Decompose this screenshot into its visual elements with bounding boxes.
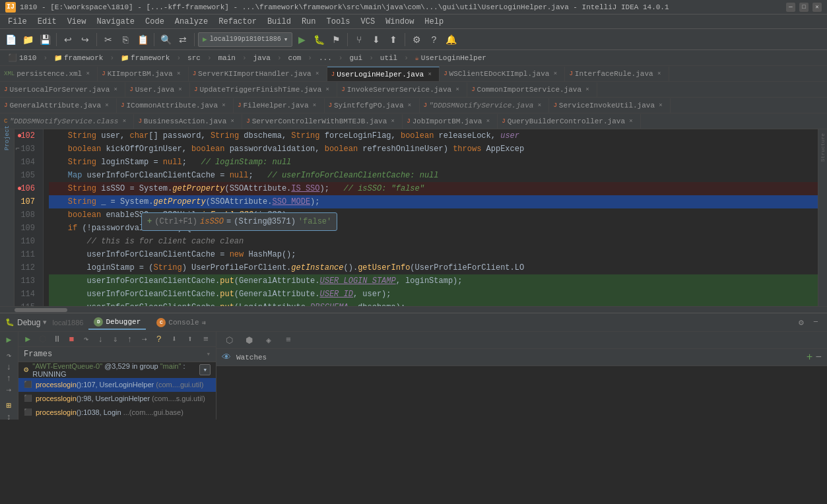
tab-businessaction[interactable]: J BusinessAction.java × bbox=[134, 114, 242, 129]
tab-dddsm-class[interactable]: C "DDDSMNotifyService.class × bbox=[0, 114, 134, 129]
toolbar-replace[interactable]: ⇄ bbox=[175, 32, 191, 47]
tab-querybuilder[interactable]: J QueryBuilderController.java × bbox=[498, 114, 641, 129]
debug-step-into[interactable]: ↓ bbox=[3, 362, 16, 372]
tab-syintfcfg[interactable]: J SyintfcfgPO.java × bbox=[325, 98, 420, 113]
tab-close-interfacerule[interactable]: × bbox=[655, 70, 663, 78]
frame-item-1[interactable]: ⬛ processlogin():98, UserLoginHelper (co… bbox=[18, 392, 216, 406]
frame-item-0[interactable]: ⬛ processlogin():107, UserLoginHelper (c… bbox=[18, 378, 216, 392]
tab-close-generalattr[interactable]: × bbox=[103, 102, 111, 110]
tab-filehelper[interactable]: J FileHelper.java × bbox=[234, 98, 324, 113]
frames-nav-force-step-into[interactable]: ⇓ bbox=[109, 332, 122, 346]
watches-nav-4[interactable]: ≡ bbox=[281, 333, 296, 348]
toolbar-vcs-commit[interactable]: ⬆ bbox=[385, 32, 401, 47]
toolbar-paste[interactable]: 📋 bbox=[135, 32, 150, 47]
toolbar-redo[interactable]: ↪ bbox=[77, 32, 93, 47]
debug-step-out[interactable]: ↑ bbox=[3, 373, 16, 383]
tab-close-querybuilder[interactable]: × bbox=[627, 117, 635, 125]
tab-invokeserver[interactable]: J InvokeServerService.java × bbox=[337, 82, 467, 97]
frames-sort-down[interactable]: ⬇ bbox=[167, 332, 182, 346]
nav-framework-2[interactable]: 📁 framework bbox=[117, 53, 174, 63]
thread-dropdown[interactable]: ▾ bbox=[199, 364, 211, 375]
horizontal-scrollbar[interactable] bbox=[0, 306, 827, 313]
tab-generalattr[interactable]: J GeneralAttribute.java × bbox=[0, 98, 117, 113]
nav-gui[interactable]: gui bbox=[345, 53, 366, 63]
tab-servercontroller[interactable]: J ServerControllerWithBMTEJB.java × bbox=[242, 114, 403, 129]
toolbar-run-config[interactable]: ▶ local199p1810t1886 ▾ bbox=[198, 32, 292, 47]
frames-nav-evaluate[interactable]: ? bbox=[152, 332, 166, 346]
menu-refactor[interactable]: Refactor bbox=[213, 16, 262, 28]
tab-close-dddsm-notify[interactable]: × bbox=[535, 102, 543, 110]
project-panel-btn[interactable]: Project bbox=[1, 132, 13, 144]
tab-kiimportbm[interactable]: J KIImportBM.java × bbox=[98, 67, 188, 81]
tab-close-syintfcfg[interactable]: × bbox=[406, 102, 414, 110]
toolbar-save[interactable]: 💾 bbox=[37, 32, 53, 47]
tab-close-icommonattr[interactable]: × bbox=[220, 102, 228, 110]
tab-close-jobimport[interactable]: × bbox=[484, 117, 492, 125]
menu-help[interactable]: Help bbox=[419, 16, 449, 28]
toolbar-help[interactable]: ? bbox=[426, 32, 442, 47]
frame-item-2[interactable]: ⬛ processlogin():1038, Login ...(com....… bbox=[18, 406, 216, 420]
frames-nav-run-cursor[interactable]: ⇢ bbox=[138, 332, 151, 346]
toolbar-undo[interactable]: ↩ bbox=[60, 32, 76, 47]
menu-edit[interactable]: Edit bbox=[32, 16, 62, 28]
nav-ellipsis[interactable]: ... bbox=[315, 53, 336, 63]
menu-analyze[interactable]: Analyze bbox=[170, 16, 213, 28]
debug-resume-btn[interactable]: ▶ bbox=[3, 334, 16, 345]
frames-nav-step-over[interactable]: ↷ bbox=[79, 332, 92, 346]
code-editor[interactable]: String user, char[] password, String dbs… bbox=[44, 129, 818, 306]
tab-close-businessaction[interactable]: × bbox=[228, 117, 236, 125]
tab-close-servercontroller[interactable]: × bbox=[389, 117, 397, 125]
tab-close-dddsm-class[interactable]: × bbox=[120, 117, 128, 125]
frames-nav-play[interactable]: ▶ bbox=[21, 332, 34, 346]
nav-project[interactable]: ⬛ 1810 bbox=[4, 52, 40, 63]
maximize-button[interactable]: □ bbox=[799, 3, 809, 12]
tab-close-serviceinvoke[interactable]: × bbox=[657, 102, 665, 110]
debug-evaluate[interactable]: ⊞ bbox=[3, 400, 16, 411]
menu-vcs[interactable]: VCS bbox=[356, 16, 381, 28]
frames-nav-stop[interactable]: ■ bbox=[65, 332, 78, 346]
tab-close-commonimport[interactable]: × bbox=[583, 86, 591, 94]
frames-nav-pause[interactable]: ⏸ bbox=[50, 332, 63, 346]
tab-serviceinvoke[interactable]: J ServiceInvokeUtil.java × bbox=[549, 98, 671, 113]
tab-user[interactable]: J User.java × bbox=[125, 82, 190, 97]
tab-close-user[interactable]: × bbox=[176, 86, 184, 94]
thread-item[interactable]: ⚙ "AWT-EventQueue-0" @3,529 in group "ma… bbox=[18, 362, 216, 378]
tab-close-kiimport[interactable]: × bbox=[175, 70, 183, 78]
toolbar-copy[interactable]: ⎘ bbox=[117, 32, 133, 47]
tab-userloginhelper[interactable]: J UserLoginHelper.java × bbox=[327, 67, 440, 81]
tab-wsclient[interactable]: J WSClientEDocKIImpl.java × bbox=[440, 67, 565, 81]
toolbar-open[interactable]: 📁 bbox=[20, 32, 36, 47]
debug-tab-console[interactable]: C Console ⇉ bbox=[151, 315, 211, 330]
toolbar-search[interactable]: 🔍 bbox=[158, 32, 174, 47]
frames-collapse-btn[interactable]: ▾ bbox=[206, 350, 211, 358]
tab-close-userlogin[interactable]: × bbox=[426, 71, 434, 79]
nav-framework-1[interactable]: 📁 framework bbox=[50, 53, 107, 63]
menu-run[interactable]: Run bbox=[296, 16, 321, 28]
watches-nav-1[interactable]: ⬡ bbox=[222, 333, 236, 348]
tab-jobimport[interactable]: J JobImportBM.java × bbox=[403, 114, 498, 129]
tab-close-userlocalforserver[interactable]: × bbox=[112, 86, 119, 94]
menu-code[interactable]: Code bbox=[140, 16, 170, 28]
tab-updatetrigger[interactable]: J UpdateTriggerFinishTime.java × bbox=[190, 82, 337, 97]
tab-commonimport[interactable]: J CommonImportService.java × bbox=[467, 82, 597, 97]
watches-nav-3[interactable]: ◈ bbox=[261, 333, 276, 348]
tab-close-filehelper[interactable]: × bbox=[311, 102, 319, 110]
scroll-thumb-h[interactable] bbox=[15, 308, 67, 312]
debug-frames-btn[interactable]: ↕ bbox=[3, 412, 16, 420]
tab-icommonattr[interactable]: J ICommonAttribute.java × bbox=[117, 98, 234, 113]
watches-remove-btn[interactable]: − bbox=[815, 352, 822, 363]
tab-close-persistence[interactable]: × bbox=[84, 70, 92, 78]
close-button[interactable]: ✕ bbox=[812, 3, 822, 12]
toolbar-vcs[interactable]: ⑂ bbox=[351, 32, 367, 47]
menu-view[interactable]: View bbox=[62, 16, 92, 28]
frames-nav-step-into[interactable]: ↓ bbox=[94, 332, 107, 346]
tooltip-expand-icon[interactable]: + bbox=[147, 215, 152, 228]
toolbar-coverage[interactable]: ⚑ bbox=[328, 32, 344, 47]
frames-settings[interactable]: ≡ bbox=[199, 332, 213, 346]
toolbar-debug[interactable]: 🐛 bbox=[311, 32, 327, 47]
nav-com[interactable]: com bbox=[284, 53, 306, 63]
toolbar-run[interactable]: ▶ bbox=[294, 32, 310, 47]
debug-run-to-cursor[interactable]: ⇢ bbox=[3, 385, 16, 395]
minimize-button[interactable]: ─ bbox=[786, 3, 795, 12]
watches-nav-2[interactable]: ⬢ bbox=[242, 333, 256, 348]
